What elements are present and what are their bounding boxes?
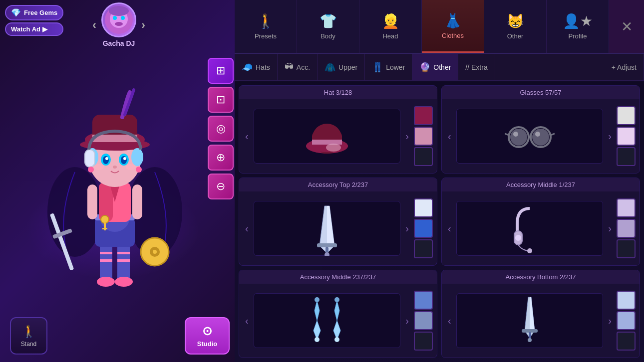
svg-point-72 xyxy=(515,235,521,241)
watch-ad-button[interactable]: Watch Ad ▶ xyxy=(5,22,63,36)
acc-mid1-swatch-2[interactable] xyxy=(617,219,636,238)
acc-mid2-title: Accessory Middle 237/237 xyxy=(300,273,376,281)
presets-label: Presets xyxy=(255,32,277,40)
acc-mid1-next-button[interactable]: › xyxy=(606,221,614,236)
hat-prev-button[interactable]: ‹ xyxy=(243,129,251,144)
tool-zoom-out-button[interactable]: ⊖ xyxy=(208,174,234,199)
tab-body[interactable]: 👕 Body xyxy=(297,0,359,53)
avatar-svg xyxy=(104,5,134,35)
svg-point-3 xyxy=(121,16,125,20)
sub-tab-acc[interactable]: 🕶 Acc. xyxy=(278,54,318,80)
character-full-svg xyxy=(45,72,185,302)
acc-mid1-swatch-1[interactable] xyxy=(617,198,636,217)
svg-point-37 xyxy=(131,148,143,166)
acc-bot-next-button[interactable]: › xyxy=(606,313,614,329)
top-bar: 💎 Free Gems Watch Ad ▶ xyxy=(5,5,63,36)
acc-top-swatch-2[interactable] xyxy=(414,219,433,238)
gem-icon: 💎 xyxy=(11,8,21,17)
svg-rect-12 xyxy=(117,252,130,254)
head-icon: 👱 xyxy=(382,13,399,29)
svg-rect-52 xyxy=(102,228,107,229)
acc-mid1-title: Accessory Middle 1/237 xyxy=(506,181,575,188)
character-display xyxy=(0,55,230,319)
sub-tab-other[interactable]: 🔮 Other xyxy=(412,54,458,80)
next-character-button[interactable]: › xyxy=(141,18,145,32)
character-name: Gacha DJ xyxy=(103,39,135,47)
acc-bot-prev-button[interactable]: ‹ xyxy=(446,313,453,329)
free-gems-button[interactable]: 💎 Free Gems xyxy=(5,5,63,20)
sub-tab-hats[interactable]: 🧢 Hats xyxy=(235,54,278,80)
glasses-swatch-2[interactable] xyxy=(617,127,636,146)
svg-point-50 xyxy=(101,215,109,223)
acc-mid2-swatch-1[interactable] xyxy=(414,291,433,310)
acc-top-swatch-1[interactable] xyxy=(414,198,433,217)
other-icon: 😸 xyxy=(507,13,524,29)
glasses-swatch-1[interactable] xyxy=(617,106,636,125)
acc-top-prev-button[interactable]: ‹ xyxy=(243,221,251,236)
glasses-next-button[interactable]: › xyxy=(606,129,614,144)
svg-point-48 xyxy=(88,167,94,173)
svg-point-65 xyxy=(532,129,549,146)
tool-eye-button[interactable]: ◎ xyxy=(208,116,234,142)
profile-label: Profile xyxy=(569,32,587,40)
hat-swatch-1[interactable] xyxy=(414,106,433,125)
tool-zoom-in-button[interactable]: ⊕ xyxy=(208,145,234,171)
acc-mid2-swatch-3[interactable] xyxy=(414,332,433,351)
acc-top-preview xyxy=(254,201,401,256)
acc-top-swatches xyxy=(414,198,433,258)
acc-bot-swatch-2[interactable] xyxy=(617,311,636,330)
hat-preview xyxy=(254,109,401,164)
hat-swatch-3[interactable] xyxy=(414,147,433,166)
svg-point-77 xyxy=(334,297,339,302)
tool-grid-button[interactable]: ⊞ xyxy=(208,58,234,84)
acc-mid2-swatches xyxy=(414,291,433,351)
hat-next-button[interactable]: › xyxy=(403,129,411,144)
acc-bot-swatch-3[interactable] xyxy=(617,332,636,351)
acc-mid2-preview xyxy=(254,293,401,348)
svg-point-73 xyxy=(527,248,532,253)
svg-point-80 xyxy=(528,338,532,342)
acc-mid1-prev-button[interactable]: ‹ xyxy=(446,221,453,236)
close-button[interactable]: ✕ xyxy=(609,0,644,53)
glasses-swatch-3[interactable] xyxy=(617,147,636,166)
head-label: Head xyxy=(382,32,398,40)
acc-mid2-body: ‹ › xyxy=(239,284,437,358)
tab-head[interactable]: 👱 Head xyxy=(359,0,422,53)
acc-top-header: Accessory Top 2/237 xyxy=(239,178,437,191)
svg-point-41 xyxy=(103,156,109,164)
left-panel: 💎 Free Gems Watch Ad ▶ ‹ xyxy=(0,0,235,362)
svg-rect-38 xyxy=(85,150,95,167)
acc-top-swatch-3[interactable] xyxy=(414,239,433,258)
acc-mid2-swatch-2[interactable] xyxy=(414,311,433,330)
glasses-prev-button[interactable]: ‹ xyxy=(446,129,453,144)
acc-top-svg xyxy=(312,201,342,256)
glasses-header: Glasses 57/57 xyxy=(442,86,640,99)
character-avatar xyxy=(101,2,136,37)
acc-bot-preview xyxy=(456,293,604,348)
acc-top-next-button[interactable]: › xyxy=(403,221,411,236)
tab-other[interactable]: 😸 Other xyxy=(484,0,547,53)
stand-button[interactable]: 🚶 Stand xyxy=(10,317,47,355)
adjust-label: + Adjust xyxy=(612,63,637,71)
sub-tab-adjust[interactable]: + Adjust xyxy=(605,54,644,80)
prev-character-button[interactable]: ‹ xyxy=(92,18,96,32)
acc-bot-swatch-1[interactable] xyxy=(617,291,636,310)
tab-profile[interactable]: 👤★ Profile xyxy=(547,0,609,53)
sub-tab-extra[interactable]: // Extra xyxy=(458,54,495,80)
svg-line-62 xyxy=(505,134,509,135)
sub-tab-lower[interactable]: 👖 Lower xyxy=(365,54,412,80)
tool-frame-button[interactable]: ⊡ xyxy=(208,87,234,113)
acc-mid1-swatch-3[interactable] xyxy=(617,239,636,258)
stand-icon: 🚶 xyxy=(21,325,36,339)
tab-clothes[interactable]: 👗 Clothes xyxy=(422,0,484,53)
tab-presets[interactable]: 🚶 Presets xyxy=(235,0,297,53)
sub-tab-upper[interactable]: 🧥 Upper xyxy=(318,54,365,80)
studio-button[interactable]: ⊙ Studio xyxy=(185,317,230,355)
side-toolbar: ⊞ ⊡ ◎ ⊕ ⊖ xyxy=(205,55,235,319)
acc-mid1-body: ‹ › xyxy=(442,191,640,265)
acc-mid2-next-button[interactable]: › xyxy=(403,313,411,329)
hat-swatch-2[interactable] xyxy=(414,127,433,146)
svg-point-67 xyxy=(535,132,540,137)
body-icon: 👕 xyxy=(320,13,337,29)
acc-mid2-prev-button[interactable]: ‹ xyxy=(243,313,251,329)
